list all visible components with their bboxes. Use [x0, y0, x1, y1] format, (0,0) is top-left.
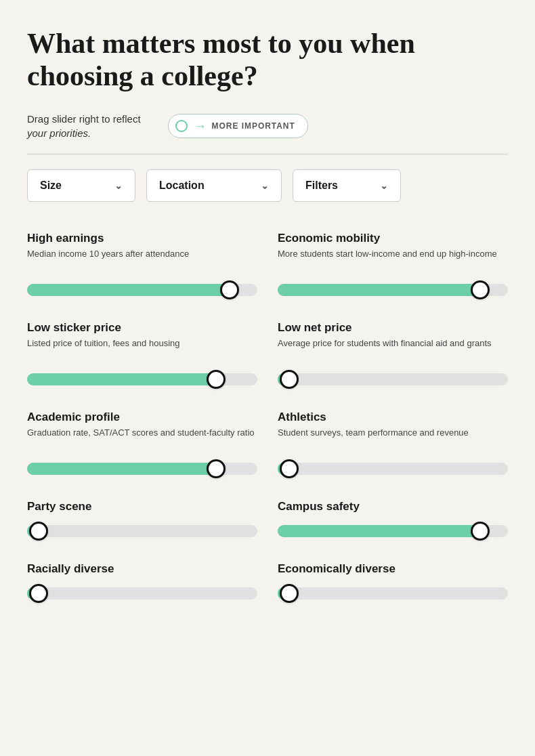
slider-item-low-sticker-price: Low sticker price Listed price of tuitio… — [27, 310, 257, 400]
chevron-down-icon: ⌄ — [114, 180, 123, 191]
badge-label: MORE IMPORTANT — [212, 121, 295, 131]
slider-label-low-net-price: Low net price — [278, 321, 508, 335]
chevron-down-icon: ⌄ — [261, 180, 269, 191]
slider-athletics[interactable] — [278, 459, 508, 478]
slider-economically-diverse[interactable] — [278, 584, 508, 603]
slider-label-economic-mobility: Economic mobility — [278, 232, 508, 245]
slider-academic-profile[interactable] — [27, 459, 257, 478]
slider-desc-low-sticker-price: Listed price of tuition, fees and housin… — [27, 337, 257, 362]
slider-desc-academic-profile: Graduation rate, SAT/ACT scores and stud… — [27, 427, 257, 451]
slider-item-high-earnings: High earnings Median income 10 years aft… — [27, 221, 257, 310]
slider-low-net-price[interactable] — [278, 370, 508, 389]
slider-economic-mobility[interactable] — [278, 280, 508, 299]
location-filter-label: Location — [159, 180, 205, 192]
slider-label-high-earnings: High earnings — [27, 232, 257, 245]
slider-racially-diverse[interactable] — [27, 584, 257, 603]
slider-item-economically-diverse: Economically diverse — [278, 551, 508, 614]
slider-item-racially-diverse: Racially diverse — [27, 551, 257, 614]
badge-arrow-icon: → — [194, 120, 205, 132]
slider-label-campus-safety: Campus safety — [278, 500, 508, 513]
slider-party-scene[interactable] — [27, 522, 257, 541]
sliders-grid: High earnings Median income 10 years aft… — [27, 221, 508, 614]
page-title: What matters most to you whenchoosing a … — [27, 27, 488, 93]
slider-campus-safety[interactable] — [278, 522, 508, 541]
subtitle-text: Drag slider right to reflect your priori… — [27, 112, 141, 140]
more-important-badge: → MORE IMPORTANT — [168, 114, 308, 138]
slider-item-campus-safety: Campus safety — [278, 489, 508, 551]
filters-filter-label: Filters — [305, 180, 338, 192]
slider-label-economically-diverse: Economically diverse — [278, 562, 508, 576]
subtitle-row: Drag slider right to reflect your priori… — [27, 112, 508, 140]
chevron-down-icon: ⌄ — [380, 180, 388, 191]
size-filter-label: Size — [40, 180, 62, 192]
slider-desc-low-net-price: Average price for students with financia… — [278, 337, 508, 362]
filter-row: Size ⌄ Location ⌄ Filters ⌄ — [27, 169, 508, 202]
slider-item-economic-mobility: Economic mobility More students start lo… — [278, 221, 508, 310]
slider-label-academic-profile: Academic profile — [27, 411, 257, 424]
slider-low-sticker-price[interactable] — [27, 370, 257, 389]
slider-item-academic-profile: Academic profile Graduation rate, SAT/AC… — [27, 400, 257, 489]
slider-high-earnings[interactable] — [27, 280, 257, 299]
slider-label-low-sticker-price: Low sticker price — [27, 321, 257, 335]
slider-label-athletics: Athletics — [278, 411, 508, 424]
slider-item-party-scene: Party scene — [27, 489, 257, 551]
filters-filter-button[interactable]: Filters ⌄ — [293, 169, 401, 202]
badge-dot-icon — [175, 120, 188, 132]
slider-label-party-scene: Party scene — [27, 500, 257, 513]
slider-desc-economic-mobility: More students start low-income and end u… — [278, 248, 508, 272]
slider-desc-athletics: Student surveys, team performance and re… — [278, 427, 508, 451]
slider-item-athletics: Athletics Student surveys, team performa… — [278, 400, 508, 489]
location-filter-button[interactable]: Location ⌄ — [146, 169, 282, 202]
section-divider — [27, 154, 508, 154]
slider-label-racially-diverse: Racially diverse — [27, 562, 257, 576]
size-filter-button[interactable]: Size ⌄ — [27, 169, 135, 202]
slider-item-low-net-price: Low net price Average price for students… — [278, 310, 508, 400]
slider-desc-high-earnings: Median income 10 years after attendance — [27, 248, 257, 272]
